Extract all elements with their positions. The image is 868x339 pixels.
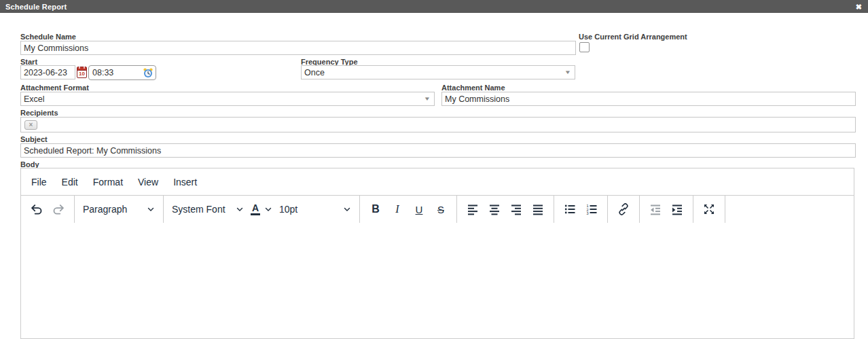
attachment-name-input[interactable] bbox=[441, 92, 856, 106]
use-current-grid-checkbox[interactable] bbox=[579, 42, 590, 52]
svg-text:3: 3 bbox=[587, 211, 589, 215]
bullet-list-icon[interactable] bbox=[560, 198, 580, 220]
underline-button[interactable]: U bbox=[409, 198, 429, 220]
attachment-name-label: Attachment Name bbox=[441, 84, 505, 92]
indent-group bbox=[640, 196, 693, 223]
alignment-group bbox=[457, 196, 554, 223]
bold-button[interactable]: B bbox=[365, 198, 386, 220]
strikethrough-button[interactable]: S bbox=[431, 198, 451, 220]
font-size-select[interactable]: 10pt bbox=[276, 198, 354, 220]
redo-button[interactable] bbox=[48, 198, 69, 220]
use-current-grid-label: Use Current Grid Arrangement bbox=[579, 33, 687, 41]
dialog-titlebar: Schedule Report ✖ bbox=[0, 0, 868, 13]
start-time-input[interactable]: 08:33 bbox=[88, 65, 156, 80]
chevron-down-icon bbox=[147, 205, 155, 213]
undo-button[interactable] bbox=[26, 198, 47, 220]
rich-text-editor: File Edit Format View Insert Paragraph bbox=[20, 168, 854, 339]
align-justify-icon[interactable] bbox=[528, 198, 548, 220]
clock-icon[interactable] bbox=[143, 67, 153, 78]
frequency-type-value: Once bbox=[304, 68, 325, 77]
editor-menubar: File Edit Format View Insert bbox=[21, 168, 854, 195]
chevron-down-icon bbox=[264, 205, 272, 213]
chevron-down-icon bbox=[236, 205, 244, 213]
fullscreen-group bbox=[693, 196, 725, 223]
chevron-down-icon: ▼ bbox=[424, 96, 431, 102]
recipients-label: Recipients bbox=[20, 109, 58, 117]
link-group bbox=[608, 196, 640, 223]
text-style-group: B I U S bbox=[360, 196, 457, 223]
attachment-format-label: Attachment Format bbox=[20, 84, 89, 92]
chevron-down-icon bbox=[343, 205, 351, 213]
attachment-format-select[interactable]: Excel ▼ bbox=[20, 92, 435, 106]
chevron-down-icon: ▼ bbox=[564, 69, 571, 75]
text-color-icon: A bbox=[251, 203, 260, 215]
block-format-group: Paragraph bbox=[75, 196, 164, 223]
align-right-icon[interactable] bbox=[506, 198, 526, 220]
recipient-tag-remove-icon[interactable]: × bbox=[24, 120, 37, 130]
undo-redo-group bbox=[21, 196, 75, 223]
menu-format[interactable]: Format bbox=[87, 173, 129, 191]
schedule-name-input[interactable] bbox=[20, 41, 576, 55]
font-size-value: 10pt bbox=[279, 204, 297, 215]
attachment-format-value: Excel bbox=[24, 94, 45, 104]
block-format-value: Paragraph bbox=[83, 204, 127, 215]
dialog-title: Schedule Report bbox=[0, 3, 67, 11]
font-family-select[interactable]: System Font bbox=[169, 198, 247, 220]
recipients-input[interactable]: × bbox=[20, 117, 856, 132]
indent-icon[interactable] bbox=[667, 198, 687, 220]
align-center-icon[interactable] bbox=[484, 198, 505, 220]
start-date-input[interactable] bbox=[20, 65, 75, 79]
link-icon[interactable] bbox=[613, 198, 634, 220]
schedule-report-dialog: Schedule Report ✖ Schedule Name Use Curr… bbox=[0, 0, 868, 339]
editor-toolbar: Paragraph System Font A bbox=[21, 195, 854, 223]
subject-input[interactable] bbox=[20, 143, 856, 158]
text-color-button[interactable]: A bbox=[248, 198, 275, 220]
fullscreen-icon[interactable] bbox=[699, 198, 719, 220]
editor-content[interactable] bbox=[21, 223, 854, 338]
block-format-select[interactable]: Paragraph bbox=[80, 198, 158, 220]
list-group: 123 bbox=[554, 196, 608, 223]
menu-insert[interactable]: Insert bbox=[167, 173, 203, 191]
menu-file[interactable]: File bbox=[25, 173, 53, 191]
frequency-type-select[interactable]: Once ▼ bbox=[301, 65, 575, 79]
menu-edit[interactable]: Edit bbox=[56, 173, 84, 191]
menu-view[interactable]: View bbox=[132, 173, 164, 191]
schedule-name-label: Schedule Name bbox=[20, 33, 76, 41]
font-group: System Font A 10pt bbox=[164, 196, 360, 223]
font-family-value: System Font bbox=[172, 204, 225, 215]
outdent-icon[interactable] bbox=[645, 198, 666, 220]
align-left-icon[interactable] bbox=[463, 198, 483, 220]
numbered-list-icon[interactable]: 123 bbox=[581, 198, 602, 220]
subject-label: Subject bbox=[20, 135, 48, 143]
close-icon[interactable]: ✖ bbox=[856, 3, 862, 10]
calendar-icon-day: 10 bbox=[77, 71, 86, 77]
italic-button[interactable]: I bbox=[387, 198, 408, 220]
start-time-value: 08:33 bbox=[92, 68, 113, 77]
calendar-icon[interactable]: 10 bbox=[77, 67, 87, 78]
